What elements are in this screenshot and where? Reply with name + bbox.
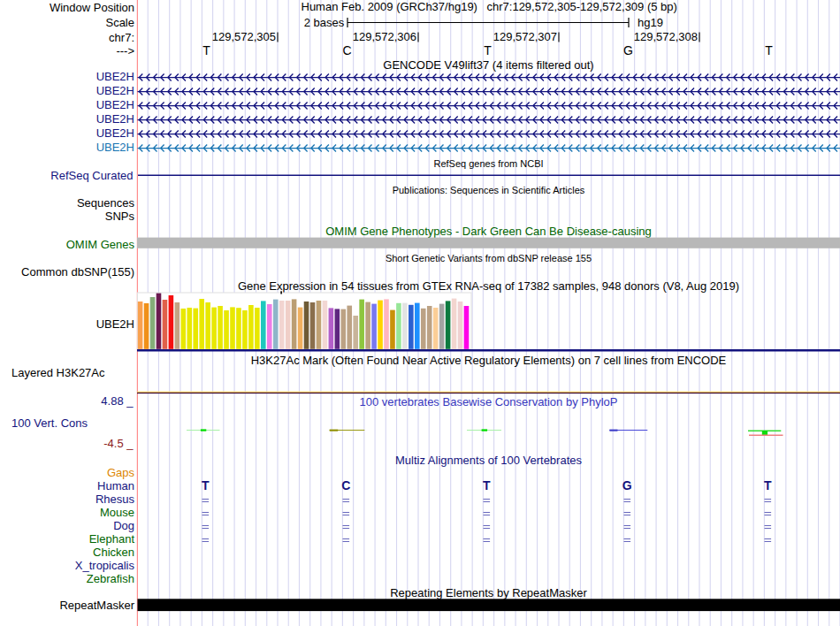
svg-text:UBE2H: UBE2H <box>96 317 134 331</box>
svg-text:RefSeq genes from NCBI: RefSeq genes from NCBI <box>433 158 543 169</box>
svg-text:-4.5 _: -4.5 _ <box>103 437 134 450</box>
svg-text:Elephant: Elephant <box>89 532 135 546</box>
svg-text:Window Position: Window Position <box>50 1 134 14</box>
svg-text:129,572,307: 129,572,307 <box>493 30 557 43</box>
svg-text:UBE2H: UBE2H <box>96 112 134 126</box>
svg-text:Layered H3K27Ac: Layered H3K27Ac <box>11 366 105 379</box>
svg-text:G: G <box>623 43 633 57</box>
svg-text:Repeating Elements by RepeatMa: Repeating Elements by RepeatMasker <box>390 586 587 599</box>
svg-text:RepeatMasker: RepeatMasker <box>59 599 134 612</box>
svg-text:Human: Human <box>97 479 134 492</box>
svg-text:129,572,306: 129,572,306 <box>353 30 416 43</box>
svg-text:H3K27Ac Mark (Often Found Near: H3K27Ac Mark (Often Found Near Active Re… <box>251 354 727 367</box>
svg-text:UBE2H: UBE2H <box>96 70 134 83</box>
svg-text:hg19: hg19 <box>638 16 663 29</box>
svg-text:Gaps: Gaps <box>107 466 135 479</box>
svg-text:Sequences: Sequences <box>77 196 135 210</box>
svg-text:129,572,308: 129,572,308 <box>634 30 698 43</box>
svg-text:Dog: Dog <box>113 519 134 532</box>
svg-text:T: T <box>202 478 210 492</box>
svg-text:UBE2H: UBE2H <box>96 126 134 140</box>
svg-text:Rhesus: Rhesus <box>95 492 135 506</box>
svg-text:C: C <box>342 43 351 57</box>
svg-text:OMIM Genes: OMIM Genes <box>66 238 135 251</box>
svg-text:T: T <box>765 43 773 57</box>
svg-text:Common dbSNP(155): Common dbSNP(155) <box>21 265 134 279</box>
svg-text:T: T <box>484 43 492 57</box>
svg-text:4.88 _: 4.88 _ <box>101 394 134 408</box>
svg-text:X_tropicalis: X_tropicalis <box>75 559 135 572</box>
svg-text:Mouse: Mouse <box>100 506 134 519</box>
svg-text:Scale: Scale <box>105 16 134 29</box>
svg-text:Zebrafish: Zebrafish <box>87 572 134 585</box>
svg-text:G: G <box>622 478 632 492</box>
svg-text:T: T <box>764 478 772 492</box>
svg-text:GENCODE V49lift37 (4 items fil: GENCODE V49lift37 (4 items filtered out) <box>383 58 593 72</box>
svg-text:Publications: Sequences in Sci: Publications: Sequences in Scientific Ar… <box>393 185 585 195</box>
svg-text:chr7:: chr7: <box>109 31 134 44</box>
svg-text:chr7:129,572,305-129,572,309 (: chr7:129,572,305-129,572,309 (5 bp) <box>487 0 677 13</box>
svg-text:Multiz Alignments of 100 Verte: Multiz Alignments of 100 Vertebrates <box>395 454 583 467</box>
svg-text:Chicken: Chicken <box>93 546 134 559</box>
svg-text:2 bases: 2 bases <box>304 16 345 29</box>
svg-text:100 vertebrates Basewise Conse: 100 vertebrates Basewise Conservation by… <box>360 395 618 408</box>
svg-text:Gene Expression in 54 tissues: Gene Expression in 54 tissues from GTEx … <box>238 279 739 293</box>
svg-text:--->: ---> <box>116 44 134 57</box>
svg-text:100 Vert. Cons: 100 Vert. Cons <box>11 416 88 430</box>
svg-text:SNPs: SNPs <box>105 210 135 223</box>
svg-text:129,572,305: 129,572,305 <box>212 30 276 43</box>
svg-text:UBE2H: UBE2H <box>96 98 134 111</box>
svg-text:RefSeq Curated: RefSeq Curated <box>50 169 133 182</box>
svg-text:OMIM Gene Phenotypes - Dark Gr: OMIM Gene Phenotypes - Dark Green Can Be… <box>325 225 652 238</box>
svg-text:C: C <box>341 478 350 492</box>
svg-text:T: T <box>202 43 210 57</box>
svg-text:T: T <box>483 478 491 492</box>
svg-text:UBE2H: UBE2H <box>96 141 134 154</box>
svg-text:UBE2H: UBE2H <box>96 84 134 97</box>
svg-text:Human Feb. 2009 (GRCh37/hg19): Human Feb. 2009 (GRCh37/hg19) <box>302 0 477 13</box>
svg-text:Short Genetic Variants from db: Short Genetic Variants from dbSNP releas… <box>386 253 592 263</box>
